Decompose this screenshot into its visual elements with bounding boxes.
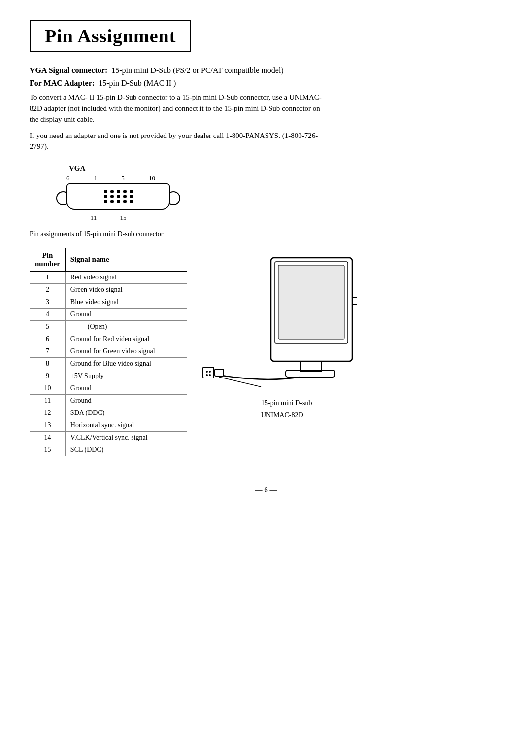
- pin-dot: [110, 200, 114, 203]
- pin-numbers-bottom: 11 15: [79, 214, 138, 222]
- pin-dot: [104, 200, 107, 203]
- pin-number-cell: 14: [30, 431, 66, 444]
- table-row: 10Ground: [30, 382, 187, 394]
- signal-name-cell: Ground for Green video signal: [65, 345, 187, 357]
- signal-name-cell: V.CLK/Vertical sync. signal: [65, 431, 187, 444]
- page-footer: — 6 —: [30, 486, 502, 494]
- signal-name-cell: — — (Open): [65, 320, 187, 333]
- monitor-illustration: [202, 253, 360, 391]
- pin-number-cell: 2: [30, 283, 66, 296]
- pin-numbers-top: 6 1 5 10: [62, 174, 160, 182]
- signal-name-cell: +5V Supply: [65, 370, 187, 382]
- pin-number-cell: 4: [30, 308, 66, 320]
- pin-number-cell: 13: [30, 419, 66, 431]
- pin-number-cell: 5: [30, 320, 66, 333]
- pin-dot: [123, 200, 127, 203]
- table-row: 11Ground: [30, 394, 187, 407]
- pin-dot: [104, 195, 107, 198]
- content-row: Pinnumber Signal name 1Red video signal2…: [30, 248, 502, 456]
- pin-dot: [123, 190, 127, 193]
- pin-number-cell: 9: [30, 370, 66, 382]
- svg-point-12: [209, 374, 211, 376]
- pin-number-cell: 3: [30, 296, 66, 308]
- connector-wrapper: [64, 183, 172, 213]
- connector-caption: Pin assignments of 15-pin mini D-sub con…: [30, 229, 187, 239]
- vga-connector-label: VGA Signal connector:: [30, 66, 107, 74]
- pin-row-top: [104, 190, 133, 193]
- table-row: 9+5V Supply: [30, 370, 187, 382]
- signal-name-cell: Horizontal sync. signal: [65, 419, 187, 431]
- signal-name-cell: Red video signal: [65, 271, 187, 283]
- table-row: 3Blue video signal: [30, 296, 187, 308]
- signal-name-cell: Ground: [65, 382, 187, 394]
- col-pin-header: Pinnumber: [30, 248, 66, 271]
- vga-connector-header: VGA Signal connector: 15-pin mini D-Sub …: [30, 66, 502, 75]
- signal-name-cell: SDA (DDC): [65, 407, 187, 419]
- pin-row-middle: [104, 195, 133, 198]
- pin-number-cell: 10: [30, 382, 66, 394]
- signal-name-cell: Green video signal: [65, 283, 187, 296]
- mac-adapter-label: For MAC Adapter:: [30, 79, 95, 87]
- mac-adapter-body: To convert a MAC- II 15-pin D-Sub connec…: [30, 92, 325, 125]
- pin-number-cell: 6: [30, 333, 66, 345]
- signal-name-cell: Ground for Red video signal: [65, 333, 187, 345]
- table-row: 4Ground: [30, 308, 187, 320]
- svg-rect-8: [215, 369, 224, 376]
- pin-dot: [117, 200, 120, 203]
- pin-table: Pinnumber Signal name 1Red video signal2…: [30, 248, 187, 456]
- pin-number-cell: 15: [30, 444, 66, 456]
- pin-number-cell: 8: [30, 357, 66, 370]
- connector-pins: [104, 188, 133, 205]
- table-row: 1Red video signal: [30, 271, 187, 283]
- svg-rect-2: [278, 265, 344, 339]
- table-row: 2Green video signal: [30, 283, 187, 296]
- table-row: 15SCL (DDC): [30, 444, 187, 456]
- table-row: 8Ground for Blue video signal: [30, 357, 187, 370]
- monitor-labels: 15-pin mini D-sub UNIMAC-82D: [202, 397, 369, 421]
- pin-dot: [130, 195, 133, 198]
- table-row: 13Horizontal sync. signal: [30, 419, 187, 431]
- signal-name-cell: Ground for Blue video signal: [65, 357, 187, 370]
- mac-adapter-desc: 15-pin D-Sub (MAC II ): [99, 79, 176, 87]
- pin-number-cell: 7: [30, 345, 66, 357]
- svg-point-9: [206, 371, 208, 373]
- pin-dot: [104, 190, 107, 193]
- page-number: — 6 —: [255, 486, 277, 494]
- pin-row-bottom: [104, 200, 133, 203]
- table-row: 6Ground for Red video signal: [30, 333, 187, 345]
- vga-diagram: VGA 6 1 5 10: [59, 164, 502, 222]
- signal-name-cell: SCL (DDC): [65, 444, 187, 456]
- label-unimac: UNIMAC-82D: [261, 409, 369, 421]
- connector-body: [66, 183, 170, 210]
- col-signal-header: Signal name: [65, 248, 187, 271]
- signal-name-cell: Ground: [65, 394, 187, 407]
- table-row: 5— — (Open): [30, 320, 187, 333]
- signal-name-cell: Blue video signal: [65, 296, 187, 308]
- svg-point-10: [209, 371, 211, 373]
- label-15pin: 15-pin mini D-sub: [261, 397, 369, 409]
- pin-dot: [130, 190, 133, 193]
- pin-dot: [110, 190, 114, 193]
- pin-table-section: Pinnumber Signal name 1Red video signal2…: [30, 248, 187, 456]
- pin-dot: [123, 195, 127, 198]
- adapter-note: If you need an adapter and one is not pr…: [30, 130, 325, 152]
- svg-point-11: [206, 374, 208, 376]
- vga-label: VGA: [69, 164, 502, 172]
- pin-dot: [117, 195, 120, 198]
- monitor-section: 15-pin mini D-sub UNIMAC-82D: [202, 248, 369, 421]
- table-row: 12SDA (DDC): [30, 407, 187, 419]
- table-row: 7Ground for Green video signal: [30, 345, 187, 357]
- mac-adapter-header: For MAC Adapter: 15-pin D-Sub (MAC II ): [30, 79, 502, 88]
- pin-dot: [130, 200, 133, 203]
- page-title: Pin Assignment: [30, 20, 191, 52]
- pin-number-cell: 12: [30, 407, 66, 419]
- pin-dot: [110, 195, 114, 198]
- svg-rect-7: [203, 367, 214, 378]
- pin-number-cell: 11: [30, 394, 66, 407]
- vga-connector-desc: 15-pin mini D-Sub (PS/2 or PC/AT compati…: [111, 66, 283, 74]
- pin-dot: [117, 190, 120, 193]
- signal-name-cell: Ground: [65, 308, 187, 320]
- table-row: 14V.CLK/Vertical sync. signal: [30, 431, 187, 444]
- pin-number-cell: 1: [30, 271, 66, 283]
